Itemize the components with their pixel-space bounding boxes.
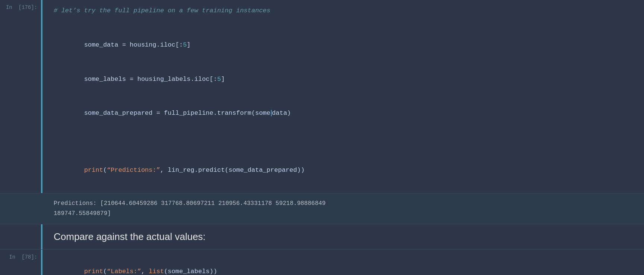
code-token: some_data — [84, 41, 119, 48]
code-print-labels: print(“Labels:”, list(some_labels)) — [54, 255, 637, 275]
code-token: = full_pipeline.transform(some — [152, 110, 270, 117]
code-func-list: list — [149, 268, 164, 275]
output-label-176 — [0, 193, 41, 224]
cell-label-78: In [78]: — [0, 250, 41, 275]
code-token: data) — [272, 110, 291, 117]
markdown-label-empty — [0, 224, 41, 249]
in-label: In — [6, 4, 19, 10]
code-number: 5 — [217, 76, 221, 83]
markdown-heading: Compare against the actual values: — [54, 231, 637, 243]
code-some-data: some_data = housing.iloc[:5] — [54, 28, 637, 62]
code-token: (some_labels)) — [164, 268, 217, 275]
code-blank-2 — [54, 131, 637, 142]
code-cell-176[interactable]: In [176]: # let’s try the full pipeline … — [0, 0, 644, 193]
in-label-78: In — [9, 254, 22, 260]
code-func: print — [84, 167, 103, 174]
code-print-predictions: print(“Predictions:”, lin_reg.predict(so… — [54, 154, 637, 188]
code-func-print: print — [84, 268, 103, 275]
output-content-176: Predictions: [210644.60459286 317768.806… — [42, 193, 644, 224]
code-some-data-prepared: some_data_prepared = full_pipeline.trans… — [54, 97, 637, 131]
code-number: 5 — [183, 41, 187, 48]
cell-code-78[interactable]: print(“Labels:”, list(some_labels)) — [42, 250, 644, 275]
code-token: ] — [187, 41, 190, 48]
notebook: In [176]: # let’s try the full pipeline … — [0, 0, 644, 275]
code-comment: # let’s try the full pipeline on a few t… — [54, 5, 637, 17]
code-blank-1 — [54, 17, 637, 28]
code-cell-78[interactable]: In [78]: print(“Labels:”, list(some_labe… — [0, 250, 644, 275]
code-token: ] — [221, 76, 225, 83]
output-line-1: Predictions: [210644.60459286 317768.806… — [54, 199, 637, 209]
markdown-cell-compare: Compare against the actual values: — [0, 224, 644, 250]
code-some-labels: some_labels = housing_labels.iloc[:5] — [54, 62, 637, 97]
code-token: some_data_prepared — [84, 110, 153, 117]
cell-number: [176]: — [19, 4, 37, 10]
text-cursor — [271, 110, 272, 116]
code-token: ( — [103, 268, 107, 275]
cell-label-176: In [176]: — [0, 0, 41, 193]
cell-number-78: [78]: — [22, 254, 37, 260]
code-token: , — [141, 268, 149, 275]
code-token: = housing_labels.iloc[: — [126, 76, 217, 83]
cell-code-176[interactable]: # let’s try the full pipeline on a few t… — [42, 0, 644, 193]
markdown-content: Compare against the actual values: — [42, 224, 644, 249]
code-token: ( — [103, 167, 107, 174]
code-token: = housing.iloc[: — [118, 41, 183, 48]
code-string-labels: “Labels:” — [107, 268, 141, 275]
output-line-2: 189747.55849879] — [54, 209, 637, 219]
code-string: “Predictions:” — [107, 167, 160, 174]
output-cell-176: Predictions: [210644.60459286 317768.806… — [0, 193, 644, 224]
code-token: some_labels — [84, 76, 126, 83]
code-blank-3 — [54, 142, 637, 154]
code-token: , lin_reg.predict(some_data_prepared)) — [160, 167, 305, 174]
